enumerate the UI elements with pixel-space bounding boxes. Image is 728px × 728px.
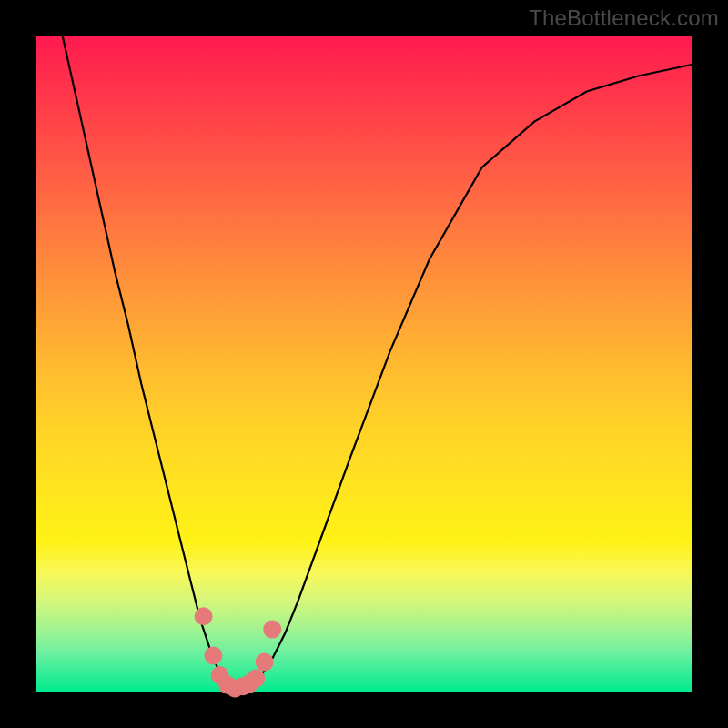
- plot-area: [36, 36, 692, 692]
- curve-layer: [36, 36, 692, 692]
- watermark-label: TheBottleneck.com: [529, 5, 719, 31]
- sample-dot: [195, 607, 213, 625]
- bottleneck-curve: [63, 36, 692, 688]
- chart-frame: TheBottleneck.com: [0, 0, 728, 728]
- sample-dot: [263, 621, 281, 639]
- sample-dot: [247, 670, 265, 688]
- sample-dots-group: [195, 607, 282, 697]
- sample-dot: [256, 653, 274, 672]
- sample-dot: [204, 646, 222, 664]
